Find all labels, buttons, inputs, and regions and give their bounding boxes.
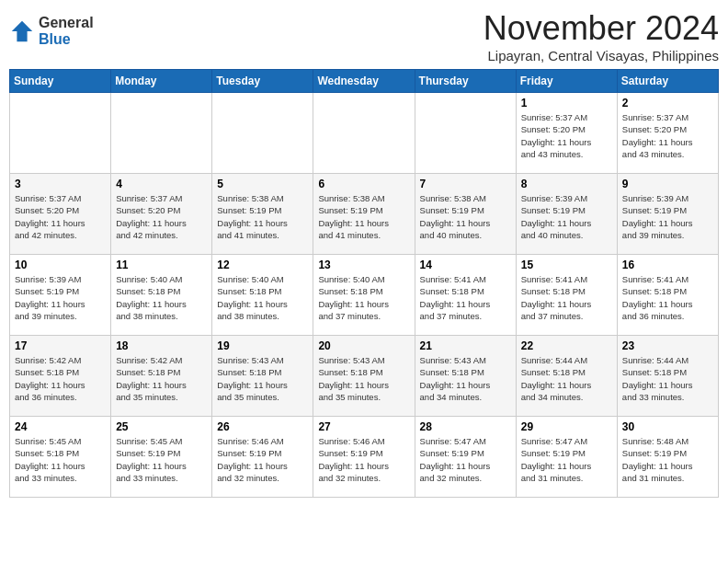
calendar-header-tuesday: Tuesday (212, 70, 313, 93)
day-info: Sunrise: 5:37 AM Sunset: 5:20 PM Dayligh… (15, 192, 106, 241)
day-info: Sunrise: 5:43 AM Sunset: 5:18 PM Dayligh… (217, 354, 308, 403)
day-info: Sunrise: 5:37 AM Sunset: 5:20 PM Dayligh… (116, 192, 207, 241)
day-number: 6 (318, 178, 409, 190)
calendar-cell: 6Sunrise: 5:38 AM Sunset: 5:19 PM Daylig… (313, 174, 415, 255)
calendar-cell (212, 93, 313, 174)
day-info: Sunrise: 5:40 AM Sunset: 5:18 PM Dayligh… (318, 273, 409, 322)
day-number: 29 (521, 420, 612, 433)
calendar-cell: 25Sunrise: 5:45 AM Sunset: 5:19 PM Dayli… (111, 417, 212, 498)
calendar-cell: 23Sunrise: 5:44 AM Sunset: 5:18 PM Dayli… (617, 336, 718, 417)
calendar-cell: 10Sunrise: 5:39 AM Sunset: 5:19 PM Dayli… (10, 255, 111, 336)
day-info: Sunrise: 5:37 AM Sunset: 5:20 PM Dayligh… (622, 111, 713, 160)
calendar-cell: 5Sunrise: 5:38 AM Sunset: 5:19 PM Daylig… (212, 174, 313, 255)
day-number: 10 (15, 259, 106, 271)
calendar-cell (10, 93, 111, 174)
day-info: Sunrise: 5:44 AM Sunset: 5:18 PM Dayligh… (521, 354, 612, 403)
day-number: 9 (622, 178, 713, 190)
day-info: Sunrise: 5:37 AM Sunset: 5:20 PM Dayligh… (521, 111, 612, 160)
page-header: General Blue November 2024 Lipayran, Cen… (9, 9, 719, 63)
calendar-cell: 2Sunrise: 5:37 AM Sunset: 5:20 PM Daylig… (617, 93, 718, 174)
calendar-cell: 17Sunrise: 5:42 AM Sunset: 5:18 PM Dayli… (10, 336, 111, 417)
calendar-cell: 14Sunrise: 5:41 AM Sunset: 5:18 PM Dayli… (415, 255, 516, 336)
calendar-cell: 11Sunrise: 5:40 AM Sunset: 5:18 PM Dayli… (111, 255, 212, 336)
day-info: Sunrise: 5:43 AM Sunset: 5:18 PM Dayligh… (318, 354, 409, 403)
day-number: 7 (420, 178, 511, 190)
calendar-cell: 27Sunrise: 5:46 AM Sunset: 5:19 PM Dayli… (313, 417, 415, 498)
day-number: 2 (622, 97, 713, 109)
day-info: Sunrise: 5:41 AM Sunset: 5:18 PM Dayligh… (622, 273, 713, 322)
logo-blue: Blue (39, 31, 71, 47)
day-number: 1 (521, 97, 612, 109)
day-number: 21 (420, 339, 511, 352)
day-info: Sunrise: 5:39 AM Sunset: 5:19 PM Dayligh… (15, 273, 106, 322)
calendar-header-sunday: Sunday (10, 70, 111, 93)
calendar-cell: 3Sunrise: 5:37 AM Sunset: 5:20 PM Daylig… (10, 174, 111, 255)
calendar-cell: 4Sunrise: 5:37 AM Sunset: 5:20 PM Daylig… (111, 174, 212, 255)
day-info: Sunrise: 5:38 AM Sunset: 5:19 PM Dayligh… (420, 192, 511, 241)
calendar-header-thursday: Thursday (415, 70, 516, 93)
calendar-cell: 12Sunrise: 5:40 AM Sunset: 5:18 PM Dayli… (212, 255, 313, 336)
calendar-header-row: SundayMondayTuesdayWednesdayThursdayFrid… (10, 70, 719, 93)
day-info: Sunrise: 5:44 AM Sunset: 5:18 PM Dayligh… (622, 354, 713, 403)
day-number: 15 (521, 259, 612, 271)
day-number: 14 (420, 259, 511, 271)
calendar-cell: 8Sunrise: 5:39 AM Sunset: 5:19 PM Daylig… (516, 174, 617, 255)
day-number: 20 (318, 339, 409, 352)
day-info: Sunrise: 5:40 AM Sunset: 5:18 PM Dayligh… (217, 273, 308, 322)
day-info: Sunrise: 5:45 AM Sunset: 5:19 PM Dayligh… (116, 435, 207, 484)
logo-general: General (39, 15, 94, 30)
day-info: Sunrise: 5:42 AM Sunset: 5:18 PM Dayligh… (15, 354, 106, 403)
calendar-cell: 28Sunrise: 5:47 AM Sunset: 5:19 PM Dayli… (415, 417, 516, 498)
month-title: November 2024 (483, 9, 719, 48)
calendar-cell: 15Sunrise: 5:41 AM Sunset: 5:18 PM Dayli… (516, 255, 617, 336)
title-block: November 2024 Lipayran, Central Visayas,… (483, 9, 719, 63)
day-info: Sunrise: 5:41 AM Sunset: 5:18 PM Dayligh… (521, 273, 612, 322)
calendar-header-monday: Monday (111, 70, 212, 93)
day-info: Sunrise: 5:47 AM Sunset: 5:19 PM Dayligh… (521, 435, 612, 484)
day-info: Sunrise: 5:46 AM Sunset: 5:19 PM Dayligh… (318, 435, 409, 484)
day-number: 24 (15, 420, 106, 433)
calendar-cell: 9Sunrise: 5:39 AM Sunset: 5:19 PM Daylig… (617, 174, 718, 255)
calendar-table: SundayMondayTuesdayWednesdayThursdayFrid… (9, 69, 719, 498)
logo-icon (9, 18, 35, 44)
calendar-header-friday: Friday (516, 70, 617, 93)
day-info: Sunrise: 5:39 AM Sunset: 5:19 PM Dayligh… (622, 192, 713, 241)
day-number: 27 (318, 420, 409, 433)
day-number: 11 (116, 259, 207, 271)
day-info: Sunrise: 5:38 AM Sunset: 5:19 PM Dayligh… (217, 192, 308, 241)
calendar-cell: 30Sunrise: 5:48 AM Sunset: 5:19 PM Dayli… (617, 417, 718, 498)
calendar-cell: 19Sunrise: 5:43 AM Sunset: 5:18 PM Dayli… (212, 336, 313, 417)
day-info: Sunrise: 5:40 AM Sunset: 5:18 PM Dayligh… (116, 273, 207, 322)
day-number: 5 (217, 178, 308, 190)
calendar-cell: 16Sunrise: 5:41 AM Sunset: 5:18 PM Dayli… (617, 255, 718, 336)
day-info: Sunrise: 5:43 AM Sunset: 5:18 PM Dayligh… (420, 354, 511, 403)
calendar-cell: 21Sunrise: 5:43 AM Sunset: 5:18 PM Dayli… (415, 336, 516, 417)
svg-marker-0 (12, 20, 32, 40)
day-info: Sunrise: 5:45 AM Sunset: 5:18 PM Dayligh… (15, 435, 106, 484)
day-number: 12 (217, 259, 308, 271)
day-info: Sunrise: 5:38 AM Sunset: 5:19 PM Dayligh… (318, 192, 409, 241)
day-info: Sunrise: 5:48 AM Sunset: 5:19 PM Dayligh… (622, 435, 713, 484)
logo-text: General Blue (39, 15, 94, 47)
calendar-week-row: 3Sunrise: 5:37 AM Sunset: 5:20 PM Daylig… (10, 174, 719, 255)
calendar-week-row: 1Sunrise: 5:37 AM Sunset: 5:20 PM Daylig… (10, 93, 719, 174)
calendar-cell (313, 93, 415, 174)
day-number: 26 (217, 420, 308, 433)
calendar-cell: 24Sunrise: 5:45 AM Sunset: 5:18 PM Dayli… (10, 417, 111, 498)
calendar-cell: 29Sunrise: 5:47 AM Sunset: 5:19 PM Dayli… (516, 417, 617, 498)
day-number: 13 (318, 259, 409, 271)
calendar-cell: 18Sunrise: 5:42 AM Sunset: 5:18 PM Dayli… (111, 336, 212, 417)
day-number: 4 (116, 178, 207, 190)
day-number: 30 (622, 420, 713, 433)
calendar-cell: 22Sunrise: 5:44 AM Sunset: 5:18 PM Dayli… (516, 336, 617, 417)
day-number: 3 (15, 178, 106, 190)
day-number: 25 (116, 420, 207, 433)
calendar-cell: 20Sunrise: 5:43 AM Sunset: 5:18 PM Dayli… (313, 336, 415, 417)
calendar-cell: 13Sunrise: 5:40 AM Sunset: 5:18 PM Dayli… (313, 255, 415, 336)
day-info: Sunrise: 5:46 AM Sunset: 5:19 PM Dayligh… (217, 435, 308, 484)
calendar-cell: 1Sunrise: 5:37 AM Sunset: 5:20 PM Daylig… (516, 93, 617, 174)
calendar-cell: 7Sunrise: 5:38 AM Sunset: 5:19 PM Daylig… (415, 174, 516, 255)
calendar-header-saturday: Saturday (617, 70, 718, 93)
day-number: 22 (521, 339, 612, 352)
calendar-cell: 26Sunrise: 5:46 AM Sunset: 5:19 PM Dayli… (212, 417, 313, 498)
